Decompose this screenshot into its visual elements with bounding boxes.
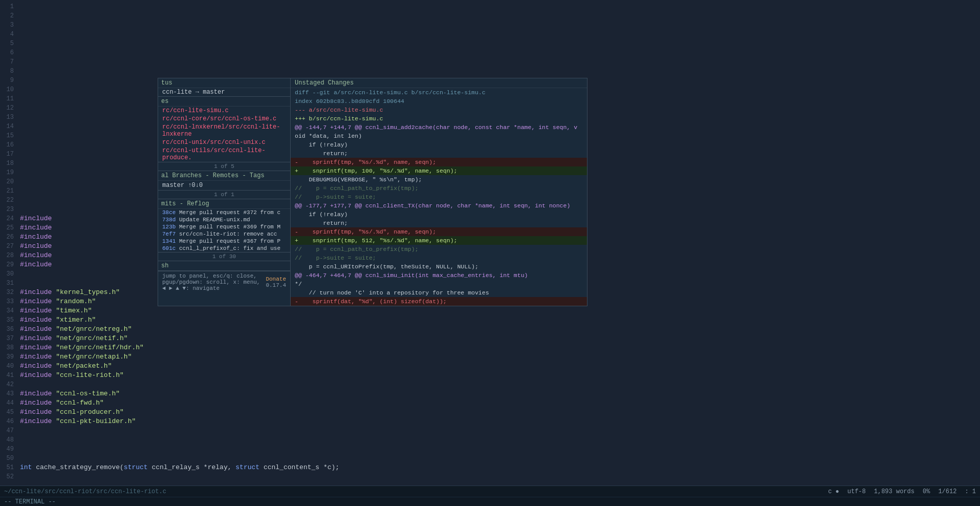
editor-area: 123456789101112131415161718192021222324#…	[0, 0, 980, 506]
line-content: #include "net/gnrc/netreg.h"	[18, 325, 980, 334]
line-content	[18, 445, 980, 454]
diff-line: if (!relay)	[291, 140, 587, 149]
line-number: 1	[0, 2, 18, 11]
left-panel: tus ccn-lite → master es rc/ccn-lite-sim…	[158, 78, 291, 306]
diff-header: Unstaged Changes	[291, 78, 587, 88]
line-number: 28	[0, 251, 18, 260]
line-content: #include "ccnl-os-time.h"	[18, 389, 980, 398]
reflog-item[interactable]: 123b Merge pull request #369 from M	[158, 223, 290, 230]
reflog-hash: 123b	[162, 224, 176, 230]
code-line: 43#include "ccnl-os-time.h"	[0, 389, 980, 398]
reflog-item[interactable]: 7ef7 src/ccn-lite-riot: remove acc	[158, 230, 290, 238]
line-number: 35	[0, 315, 18, 325]
line-number: 43	[0, 389, 18, 398]
line-number: 22	[0, 196, 18, 205]
code-line: 6	[0, 48, 980, 57]
line-content: #include "ccnl-fwd.h"	[18, 398, 980, 408]
reflog-hash: 601c	[162, 245, 176, 251]
code-line: 44#include "ccnl-fwd.h"	[0, 398, 980, 408]
diff-line: index 602b8c83..b8d89cfd 100644	[291, 97, 587, 106]
code-line: 46#include "ccnl-pkt-builder.h"	[0, 417, 980, 426]
line-number: 5	[0, 39, 18, 48]
line-number: 18	[0, 159, 18, 168]
line-number: 40	[0, 362, 18, 371]
diff-line: p = ccnl_URItoPrefix(tmp, theSuite, NULL…	[291, 262, 587, 271]
changed-file-item[interactable]: rc/ccn-lite-simu.c	[158, 107, 290, 115]
status-bar-right: c ● utf-8 1,893 words 0% 1/612 : 1	[828, 488, 976, 495]
code-line: 45#include "ccnl-producer.h"	[0, 408, 980, 417]
line-number: 24	[0, 214, 18, 223]
line-number: 19	[0, 168, 18, 177]
help-text: jump to panel, esc/q: close, pgup/pgdown…	[162, 273, 266, 291]
donate-link[interactable]: Donate	[266, 276, 286, 282]
line-number: 52	[0, 472, 18, 481]
code-line: 1	[0, 2, 980, 11]
line-number: 33	[0, 297, 18, 306]
status-header: tus	[158, 78, 290, 88]
branch-label: ccn-lite → master	[158, 88, 290, 96]
diff-line: - sprintf(tmp, "%s/.%d", name, seqn);	[291, 158, 587, 166]
line-number: 27	[0, 242, 18, 251]
main-content: 123456789101112131415161718192021222324#…	[0, 0, 980, 486]
line-number: 14	[0, 122, 18, 131]
changed-file-item[interactable]: rc/ccnl-unix/src/ccnl-unix.c	[158, 138, 290, 146]
reflog-section: mits - Reflog 38ce Merge pull request #3…	[158, 199, 290, 261]
line-number: 25	[0, 223, 18, 233]
code-line: 2	[0, 11, 980, 20]
line-number: 37	[0, 334, 18, 343]
code-line: 7	[0, 57, 980, 67]
line-content	[18, 39, 980, 48]
overlay-panels: tus ccn-lite → master es rc/ccn-lite-sim…	[158, 78, 587, 306]
line-content: #include "net/gnrc/netif.h"	[18, 334, 980, 343]
encoding-status: c ●	[828, 488, 839, 495]
c-indicator: c ●	[828, 488, 839, 495]
line-number: 42	[0, 380, 18, 389]
code-line: 42	[0, 380, 980, 389]
line-number: 41	[0, 371, 18, 380]
version-label: 0.17.4	[266, 282, 286, 288]
branch-item[interactable]: master ↑0↓0	[158, 181, 290, 190]
line-content: #include "timex.h"	[18, 306, 980, 315]
line-number: 11	[0, 94, 18, 103]
sh-header: sh	[158, 261, 290, 270]
code-line: 39#include "net/gnrc/netapi.h"	[0, 352, 980, 362]
code-pane[interactable]: 123456789101112131415161718192021222324#…	[0, 0, 980, 486]
diff-line: DEBUGMSG(VERBOSE, " %s\n", tmp);	[291, 175, 587, 184]
reflog-item[interactable]: 38ce Merge pull request #372 from c	[158, 209, 290, 216]
line-number: 20	[0, 177, 18, 186]
code-line: 51int cache_strategy_remove(struct ccnl_…	[0, 463, 980, 472]
changed-file-item[interactable]: rc/ccnl-utils/src/ccnl-lite-produce.	[158, 146, 290, 162]
changed-file-item[interactable]: rc/ccnl-lnxkernel/src/ccnl-lite-lnxkerne	[158, 123, 290, 138]
line-number: 13	[0, 113, 18, 122]
code-line: 35#include "xtimer.h"	[0, 315, 980, 325]
line-number: 4	[0, 30, 18, 39]
line-content: #include "net/gnrc/netapi.h"	[18, 352, 980, 362]
line-number: 45	[0, 408, 18, 417]
diff-line: --- a/src/ccn-lite-simu.c	[291, 106, 587, 114]
reflog-hash: 38ce	[162, 209, 176, 216]
diff-line: // turn node 'C' into a repository for t…	[291, 288, 587, 297]
line-content: #include "ccn-lite-riot.h"	[18, 371, 980, 380]
line-content: #include "xtimer.h"	[18, 315, 980, 325]
reflog-item[interactable]: 1341 Merge pull request #367 from P	[158, 238, 290, 245]
line-number: 31	[0, 279, 18, 288]
filepath-status: ~/ccn-lite/src/ccnl-riot/src/ccn-lite-ri…	[4, 488, 820, 495]
code-line: 37#include "net/gnrc/netif.h"	[0, 334, 980, 343]
reflog-page-label: 1 of 30	[158, 252, 290, 261]
reflog-msg: ccnl_l_prefixof_c: fix and use	[176, 245, 280, 251]
status-bar: ~/ccn-lite/src/ccnl-riot/src/ccn-lite-ri…	[0, 486, 980, 497]
diff-line: @@ -464,7 +464,7 @@ ccnl_simu_init(int m…	[291, 271, 587, 280]
line-content: #include "net/packet.h"	[18, 362, 980, 371]
diff-line: @@ -177,7 +177,7 @@ ccnl_client_TX(char …	[291, 201, 587, 210]
line-number: 3	[0, 20, 18, 30]
diff-line: */	[291, 280, 587, 288]
reflog-item[interactable]: 738d Update README-unix.md	[158, 216, 290, 223]
reflog-item[interactable]: 601c ccnl_l_prefixof_c: fix and use	[158, 245, 290, 252]
line-number: 44	[0, 398, 18, 408]
changed-file-item[interactable]: rc/ccnl-core/src/ccnl-os-time.c	[158, 115, 290, 123]
reflog-msg: Update README-unix.md	[176, 217, 250, 223]
line-number: 6	[0, 48, 18, 57]
code-line: 36#include "net/gnrc/netreg.h"	[0, 325, 980, 334]
code-line: 49	[0, 445, 980, 454]
line-number: 10	[0, 85, 18, 94]
